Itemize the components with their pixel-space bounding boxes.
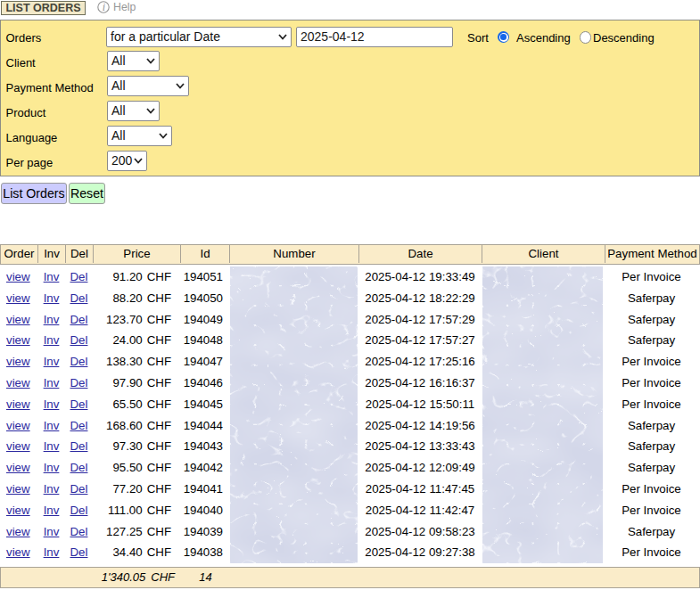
svg-text:i: i (103, 1, 105, 13)
